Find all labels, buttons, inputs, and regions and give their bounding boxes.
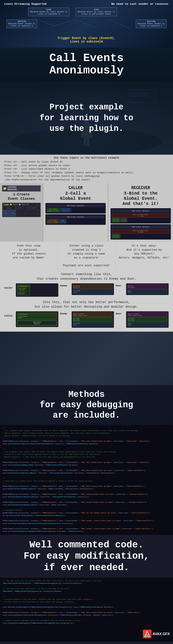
caller-bp-1: TMW Event Handler Call GlobalEvent by cl…	[45, 203, 106, 214]
receiver-col: RECEIVER 3-Bind to theGlobal Event.And t…	[108, 183, 173, 242]
instructions-list: Press <1> - Call event by class (Event B…	[4, 160, 169, 182]
caller-panel-before: ▷ InputAction Call EnemyFunction Call Do…	[16, 283, 58, 297]
recv-node-row-2: On EventReceived	[112, 234, 170, 238]
instruction-3: Press <3> - List subscribed objects to E…	[4, 167, 169, 171]
enemy-panel-before: On EnemyFunction Set EnemyState	[72, 283, 114, 297]
event-class-1[interactable]: ⬡	[3, 210, 9, 216]
code-2-17: void CleanupInvalidDelegates(FTMWGlobalE…	[2, 622, 171, 624]
commented-section: /** * Call a global event using a TSubcl…	[0, 425, 173, 627]
code-line-26: UFUNCTION(BlueprintCallable, Category = …	[2, 493, 171, 496]
code-line-2: * Call a global event using a TSubclassO…	[2, 430, 171, 432]
receiver-bp-1: TMW Event Handler Bind to Global Eventby…	[111, 208, 171, 224]
code-line-11: * Useful for a more table driven approac…	[2, 454, 171, 456]
code-line-20: /**	[2, 477, 171, 480]
call-node-2: Event ClassReference	[60, 208, 71, 212]
svg-text:EventB fires!: EventB fires!	[132, 95, 145, 97]
code-2-12	[2, 609, 171, 611]
svg-rect-13	[87, 140, 89, 146]
code-2-9: * It also checks if the subscriber is st…	[2, 601, 171, 603]
cb-title: CONTENTBROWSER	[7, 186, 17, 191]
methods-title: Methods for easy debugging are included.	[4, 390, 169, 421]
caller-panel-after: ▷ InputAction Call GlobalEvent TMW Event…	[16, 311, 58, 328]
code-line-6: UFUNCTION(BlueprintCallable, Category = …	[2, 440, 171, 442]
instruction-4: Press <4> - Change color of text randoml…	[4, 171, 169, 174]
caller-bp-1-header: TMW Event Handler	[47, 204, 104, 207]
content-browser-col: 📁 CONTENTBROWSER 1-CreateEvent Classes +…	[0, 183, 43, 242]
level-streaming-text-right: No need to cast sender or receiver	[111, 2, 169, 6]
code-2-13: UFUNCTION(BlueprintCallable, Category = …	[2, 612, 171, 614]
add-btn[interactable]: + Add	[3, 204, 9, 206]
caller-bp-2-header: TMW Event Handler	[47, 216, 104, 218]
code-2-3	[2, 585, 171, 587]
call-node-1: Call GlobalEvent by class	[47, 208, 60, 212]
code-line-28	[2, 498, 171, 501]
event-class-2[interactable]: ⬡	[10, 210, 16, 216]
trigger-text: Trigger Event by class (EventA),Lives in…	[57, 36, 116, 43]
code-line-1: /**	[2, 427, 171, 429]
code-block-1: /** * Call a global event using a TSubcl…	[0, 425, 173, 535]
code-line-22: */	[2, 482, 171, 485]
code-line-7: void CallGlobalEventByClass(TSubclassOf<…	[2, 443, 171, 445]
code-line-4: * @param Metadata - Simple metadata that…	[2, 435, 171, 437]
code-line-35	[2, 517, 171, 520]
cb-toolbar: + Add 🔽 Import 💾 Save All ♦ example > Bl…	[2, 203, 41, 217]
receiver-nodes: Bind to Global Eventby class On EventRec…	[112, 213, 170, 222]
enemy-panel-after: Bind to GlobalEvent (Begin Play) On Even…	[72, 311, 114, 328]
code-line-18: void BindGlobalEventByClass(UObject* Pub…	[2, 472, 171, 474]
door-label: Door	[116, 283, 124, 297]
code-line-33: UFUNCTION(BlueprintCallable, Category = …	[2, 512, 171, 514]
code-line-27: void UnbindGlobalEventByClass(UObject* S…	[2, 496, 171, 498]
code-2-14: void CallGlobalEvent(TSubclassOf<UGlobal…	[2, 614, 171, 616]
project-example-section: start build when EventB fires! Project e…	[0, 81, 173, 155]
save-btn[interactable]: 💾 Save All	[19, 204, 29, 206]
level-streaming-text-left: Level Streaming Supported	[4, 2, 46, 6]
instruction-6: _See ThePersonCharacter for the implemen…	[4, 178, 169, 182]
code-line-13: */	[2, 459, 171, 461]
code-line-12: * @param Signature - A name table to fir…	[2, 456, 171, 458]
instruction-5: Press <CTRL+X> - Force clear all global …	[4, 174, 169, 178]
enemy-label: Enemy	[60, 283, 70, 297]
recv-node-2: On EventReceived	[112, 218, 120, 222]
code-line-37: void ForceClearGlobalEventsByClass(TSubc…	[2, 522, 171, 525]
well-commented-title: Well commented code. For easy modificati…	[0, 535, 173, 578]
code-line-8	[2, 445, 171, 448]
receiver-header: RECEIVER	[111, 186, 171, 190]
code-line-23: UFUNCTION(BlueprintCallable, Category = …	[2, 485, 171, 488]
code-line-17: UFUNCTION(BlueprintCallable, Category = …	[2, 470, 171, 472]
avax-text: AVAX GFX	[153, 632, 170, 636]
recv-node-4: Bind to Global Eventby Name	[112, 229, 170, 234]
code-line-39: UFUNCTION(BlueprintCallable, Category = …	[2, 528, 171, 530]
door-box-2: DOOR Receive Event by class (Event A) Li…	[76, 8, 117, 16]
import-btn[interactable]: 🔽 Import	[10, 204, 18, 206]
optional-col-2: Either using a classcreated in step 1Or …	[58, 242, 116, 270]
code-line-40: void ForceClearGlobalEventsByName(FTMWCa…	[2, 530, 171, 533]
code-line-30: void UnbindGlobalEventByName(UObject* Su…	[2, 504, 171, 506]
svg-marker-17	[145, 632, 150, 637]
rotator-box-2: ROTATOR Receive Event (Event A) Lives in…	[136, 20, 167, 28]
code-line-34: TArray<TSubclassOf<UGlobalEvent>> GetAct…	[2, 514, 171, 517]
avax-icon-svg	[144, 631, 151, 637]
caller-nodes: Call GlobalEvent by class Event ClassRef…	[47, 208, 104, 212]
code-line-14: UFUNCTION(BlueprintCallable, Category = …	[2, 462, 171, 464]
step2-title: 2-Call aGlobal Event	[45, 191, 106, 201]
folder-icon: 📁	[3, 187, 6, 190]
optional-col-1: Even this stepis optional.If the global …	[0, 242, 58, 270]
step1-title: 1-CreateEvent Classes	[2, 192, 41, 201]
cb-icons: ⬡ ⬡	[3, 210, 40, 216]
code-2-4: // This map stores the subscribers. The …	[2, 588, 171, 590]
instruction-2: Press <2> - List active global events by…	[4, 164, 169, 168]
rotator-box-1: ROTATOR Receive Event (Event A) Lives in…	[6, 20, 37, 28]
caller-header: CALLER	[45, 186, 106, 190]
call-events-section: Call Events Anonimously	[0, 48, 173, 81]
convert-after-diagram: Caller ▷ InputAction Call GlobalEvent TM…	[4, 311, 169, 328]
code-line-38	[2, 525, 171, 528]
content-browser-header: 📁 CONTENTBROWSER	[2, 186, 41, 192]
methods-title-block: Methods for easy debugging are included.	[0, 385, 173, 425]
instructions-header: Use these inputs in the multilevel examp…	[4, 156, 169, 160]
code-2-8: * Internal method to call the event. Ite…	[2, 598, 171, 601]
enemy-label-after: Enemy	[60, 311, 70, 328]
call-node-4: NameString	[60, 219, 67, 224]
instruction-1: Press <1> - Call event by class (Event B…	[4, 160, 169, 164]
caller-nodes-2: Call GlobalEvent by Name NameString	[47, 219, 104, 224]
code-2-5: TMap<FName, FTMWGlobalEventDelegateArray…	[2, 590, 171, 593]
